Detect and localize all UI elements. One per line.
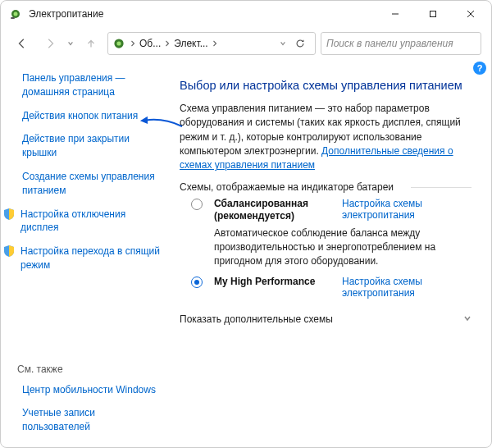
up-button[interactable] bbox=[80, 32, 102, 55]
sidebar-item-label: Настройка перехода в спящий режим bbox=[20, 245, 165, 272]
svg-rect-2 bbox=[11, 17, 15, 19]
plan-description: Автоматическое соблюдение баланса между … bbox=[214, 226, 472, 267]
chevron-right-icon bbox=[162, 40, 172, 47]
svg-point-1 bbox=[14, 12, 18, 16]
chevron-right-icon bbox=[210, 40, 220, 47]
page-title: Выбор или настройка схемы управления пит… bbox=[180, 78, 472, 94]
seealso-user-accounts[interactable]: Учетные записи пользователей bbox=[17, 406, 165, 434]
sidebar-item-label: Панель управления — домашняя страница bbox=[22, 71, 165, 99]
svg-point-8 bbox=[116, 41, 121, 45]
help-icon[interactable]: ? bbox=[473, 62, 486, 75]
shield-icon bbox=[2, 245, 16, 258]
sidebar-item-label: Действия кнопок питания bbox=[22, 109, 138, 123]
plan-my-high-performance: My High Performance Настройка схемы элек… bbox=[191, 276, 472, 299]
sidebar-item-label: Настройка отключения дисплея bbox=[20, 208, 165, 235]
sidebar: Панель управления — домашняя страница Де… bbox=[1, 60, 171, 447]
chevron-down-icon bbox=[463, 313, 472, 325]
power-icon bbox=[112, 36, 126, 51]
plan-configure-link[interactable]: Настройка схемы электропитания bbox=[342, 276, 472, 299]
titlebar: Электропитание bbox=[1, 1, 491, 27]
show-more-label: Показать дополнительные схемы bbox=[180, 313, 333, 325]
sidebar-item-label: Создание схемы управления питанием bbox=[22, 170, 165, 198]
chevron-right-icon bbox=[128, 40, 138, 47]
seealso-mobility-center[interactable]: Центр мобильности Windows bbox=[17, 383, 165, 397]
search-input[interactable] bbox=[321, 32, 481, 55]
refresh-button[interactable] bbox=[289, 32, 312, 55]
sidebar-item-power-buttons[interactable]: Действия кнопок питания bbox=[17, 109, 165, 123]
shield-icon bbox=[2, 208, 16, 221]
sidebar-item-display-off[interactable]: Настройка отключения дисплея bbox=[2, 208, 165, 235]
toolbar: Об... Элект... bbox=[1, 27, 491, 60]
seealso-header: См. также bbox=[17, 363, 165, 375]
section-label: Схемы, отображаемые на индикаторе батаре… bbox=[180, 181, 472, 193]
plan-balanced: Сбалансированная (рекомендуется) Настрой… bbox=[191, 198, 472, 268]
maximize-button[interactable] bbox=[414, 1, 452, 27]
sidebar-item-create-plan[interactable]: Создание схемы управления питанием bbox=[17, 170, 165, 198]
sidebar-item-lid-close[interactable]: Действие при закрытии крышки bbox=[17, 132, 165, 160]
plan-name[interactable]: My High Performance bbox=[214, 276, 337, 289]
back-button[interactable] bbox=[11, 32, 34, 55]
breadcrumb-seg-2[interactable]: Элект... bbox=[174, 38, 207, 49]
page-description: Схема управления питанием — это набор па… bbox=[180, 102, 472, 173]
main-panel: ? Выбор или настройка схемы управления п… bbox=[171, 60, 491, 447]
sidebar-item-label: Учетные записи пользователей bbox=[22, 406, 165, 434]
svg-rect-4 bbox=[430, 11, 436, 17]
window-title: Электропитание bbox=[29, 8, 103, 20]
address-dropdown[interactable] bbox=[279, 40, 287, 47]
sidebar-item-sleep[interactable]: Настройка перехода в спящий режим bbox=[2, 245, 165, 272]
minimize-button[interactable] bbox=[376, 1, 414, 27]
plan-configure-link[interactable]: Настройка схемы электропитания bbox=[342, 198, 472, 221]
address-bar[interactable]: Об... Элект... bbox=[107, 32, 316, 55]
sidebar-item-label: Центр мобильности Windows bbox=[22, 383, 156, 397]
sidebar-item-label: Действие при закрытии крышки bbox=[22, 132, 165, 160]
app-icon bbox=[9, 7, 22, 21]
recent-dropdown[interactable] bbox=[66, 40, 75, 47]
radio-balanced[interactable] bbox=[191, 199, 203, 210]
breadcrumb-seg-1[interactable]: Об... bbox=[139, 38, 161, 49]
close-button[interactable] bbox=[452, 1, 490, 27]
radio-my-high-performance[interactable] bbox=[191, 277, 203, 288]
show-additional-plans[interactable]: Показать дополнительные схемы bbox=[180, 313, 472, 325]
forward-button[interactable] bbox=[39, 32, 61, 55]
plan-name[interactable]: Сбалансированная (рекомендуется) bbox=[214, 198, 337, 223]
sidebar-home-link[interactable]: Панель управления — домашняя страница bbox=[17, 71, 165, 99]
